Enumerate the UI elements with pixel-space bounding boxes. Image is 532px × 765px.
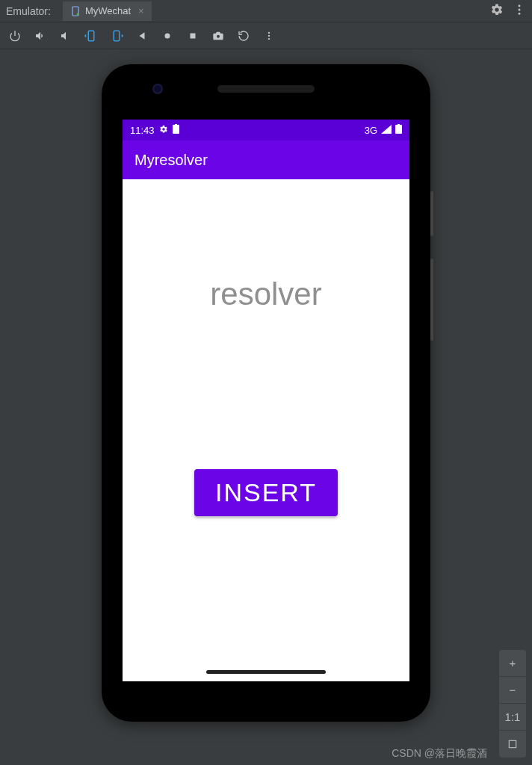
svg-point-10 <box>217 34 220 37</box>
rotate-left-icon[interactable] <box>84 28 99 43</box>
volume-up-icon[interactable] <box>33 28 48 43</box>
svg-point-1 <box>76 13 78 15</box>
svg-rect-17 <box>398 124 400 126</box>
svg-point-4 <box>519 12 521 14</box>
svg-rect-9 <box>191 33 196 38</box>
network-label: 3G <box>365 125 377 136</box>
device-screen: 11:43 3G Myresolver resolver INSERT <box>123 120 409 681</box>
phone-icon <box>70 6 81 16</box>
insert-button[interactable]: INSERT <box>194 469 338 516</box>
resolver-text: resolver <box>210 276 321 312</box>
device-camera <box>152 84 163 94</box>
settings-icon[interactable] <box>490 3 504 19</box>
overview-icon[interactable] <box>185 28 200 43</box>
svg-rect-6 <box>88 31 94 41</box>
record-icon[interactable] <box>236 28 251 43</box>
app-content: resolver INSERT <box>123 179 409 681</box>
zoom-actual-button[interactable]: 1:1 <box>499 704 526 731</box>
back-icon[interactable] <box>134 28 149 43</box>
device-side-button <box>430 191 433 236</box>
volume-down-icon[interactable] <box>58 28 73 43</box>
zoom-fit-button[interactable] <box>499 731 526 758</box>
svg-rect-18 <box>509 740 516 747</box>
svg-point-11 <box>268 31 270 33</box>
battery-icon <box>173 124 179 136</box>
svg-rect-7 <box>114 31 120 41</box>
more-options-icon[interactable] <box>262 28 276 43</box>
watermark: CSDN @落日晚霞酒 <box>392 747 487 761</box>
screenshot-icon[interactable] <box>211 28 226 43</box>
emulator-viewport: 11:43 3G Myresolver resolver INSERT <box>0 49 532 765</box>
zoom-panel: + − 1:1 <box>499 650 526 758</box>
svg-rect-14 <box>173 125 179 134</box>
emulator-toolbar <box>0 22 532 49</box>
close-icon[interactable]: × <box>138 5 144 16</box>
emulator-label: Emulator: <box>6 5 51 17</box>
svg-point-13 <box>268 37 270 39</box>
home-icon[interactable] <box>160 28 175 43</box>
gear-icon <box>159 125 168 136</box>
svg-rect-16 <box>395 125 402 134</box>
device-speaker <box>217 85 315 93</box>
tab-label: MyWechat <box>85 5 131 16</box>
svg-point-2 <box>519 4 521 7</box>
status-time: 11:43 <box>130 125 155 136</box>
emulator-tab[interactable]: MyWechat × <box>63 1 152 21</box>
svg-point-12 <box>268 34 270 36</box>
device-frame: 11:43 3G Myresolver resolver INSERT <box>102 64 430 722</box>
svg-point-3 <box>519 8 521 10</box>
power-icon[interactable] <box>7 28 22 43</box>
gesture-nav-bar[interactable] <box>206 670 326 674</box>
rotate-right-icon[interactable] <box>109 28 124 43</box>
app-title: Myresolver <box>134 152 208 169</box>
more-icon[interactable] <box>513 3 526 19</box>
battery-icon <box>395 124 402 136</box>
zoom-in-button[interactable]: + <box>499 650 526 677</box>
zoom-out-button[interactable]: − <box>499 677 526 704</box>
signal-icon <box>381 125 392 136</box>
svg-point-8 <box>165 33 170 38</box>
app-action-bar: Myresolver <box>123 140 409 179</box>
emulator-header: Emulator: MyWechat × <box>0 0 532 22</box>
svg-rect-15 <box>175 124 177 126</box>
android-status-bar: 11:43 3G <box>123 120 409 140</box>
device-side-button <box>430 258 433 341</box>
